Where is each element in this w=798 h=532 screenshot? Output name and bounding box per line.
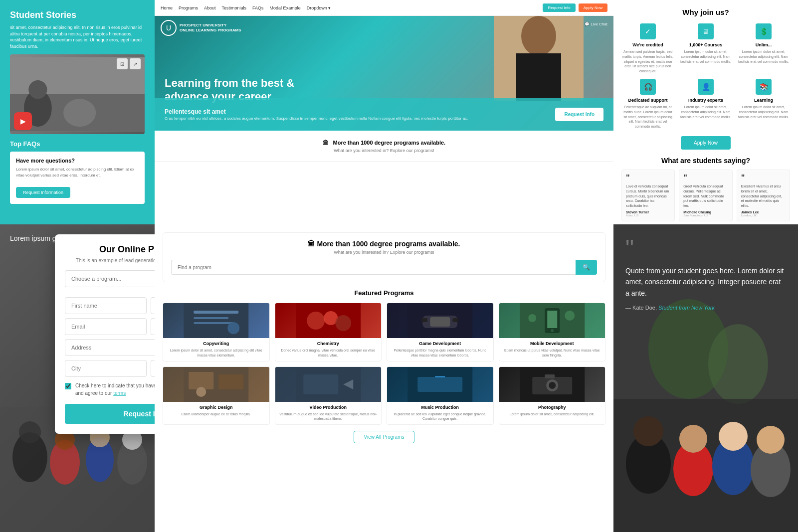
quote-author-italic: Student from New York xyxy=(658,305,715,311)
faq-card-title: Have more questions? xyxy=(16,158,139,164)
programs-header-card: 🏛 More than 1000 degree programs availab… xyxy=(163,232,605,282)
program-photography-thumb xyxy=(499,367,605,402)
why-learning-text: Lorem ipsum dolor sit amet, consectetur … xyxy=(737,105,790,119)
chemistry-img xyxy=(275,303,382,338)
program-video[interactable]: Video Production Vestibulum augue ex sed… xyxy=(275,366,382,425)
why-item-courses: 🖥 1,000+ Courses Lorem ipsum dolor sit a… xyxy=(679,23,732,74)
nav-faqs[interactable]: FAQs xyxy=(252,5,264,10)
view-all-programs-button[interactable]: View All Programs xyxy=(354,431,415,443)
faq-request-button[interactable]: Request Information xyxy=(16,187,70,198)
mobile-title: Mobile Development xyxy=(503,341,601,346)
testimonial-1-text: Love di vehicula consequat cursus. Morbi… xyxy=(626,184,670,208)
nav-buttons: Request Info Apply Now xyxy=(543,3,607,12)
program-graphic[interactable]: Graphic Design Etiam ullamcorper augue e… xyxy=(163,366,270,425)
nav-dropdown[interactable]: Dropdown ▾ xyxy=(307,5,331,10)
nav-home[interactable]: Home xyxy=(161,5,173,10)
why-icon-learning: 📚 xyxy=(756,79,772,95)
video-icon-2[interactable]: ↗ xyxy=(130,58,141,69)
privacy-checkbox[interactable] xyxy=(65,383,71,389)
gamedev-img xyxy=(387,303,493,338)
why-courses-text: Lorem ipsum dolor sit amet, consectetur … xyxy=(679,49,732,64)
program-mobile[interactable]: Mobile Development Etiam rhoncus ut puru… xyxy=(499,303,606,361)
why-unlim-title: Unlim... xyxy=(737,42,790,47)
program-search-button[interactable]: 🔍 xyxy=(576,260,597,275)
city-input[interactable] xyxy=(65,360,147,377)
music-body: Music Production In placerat ac sed leo … xyxy=(387,402,493,425)
photography-title: Photography xyxy=(503,405,601,410)
name-row xyxy=(65,297,155,314)
why-credited-text: Aenean sed pulvinar turpis, sed mattis t… xyxy=(621,49,674,74)
why-item-credited: ✓ We're credited Aenean sed pulvinar tur… xyxy=(621,23,674,74)
modal-submit-button[interactable]: Request Info xyxy=(65,404,155,424)
privacy-checkbox-row: Check here to indicate that you have rea… xyxy=(65,382,155,397)
program-gamedev[interactable]: Game Development Pellentesque porttitor … xyxy=(387,303,494,361)
quote-mark-2: " xyxy=(683,174,728,182)
svg-point-6 xyxy=(521,16,556,56)
phone-input[interactable] xyxy=(151,318,155,335)
video-img xyxy=(275,367,382,402)
mobile-body: Mobile Development Etiam rhoncus ut puru… xyxy=(499,338,605,361)
why-item-experts: 👤 Industry experts Lorem ipsum dolor sit… xyxy=(679,79,732,129)
top-center-panel: Home Programs About Testimonials FAQs Mo… xyxy=(155,0,613,224)
graphic-desc: Etiam ullamcorper augue ex at tellus fri… xyxy=(167,412,265,417)
last-name-input[interactable] xyxy=(151,297,155,314)
nav-programs[interactable]: Programs xyxy=(179,5,198,10)
modal-subtitle: This is an example of lead generation fo… xyxy=(65,258,155,263)
program-copywriting[interactable]: Copywriting Lorem ipsum dolor sit amet, … xyxy=(163,303,270,361)
first-name-input[interactable] xyxy=(65,297,147,314)
nav-request-info-btn[interactable]: Request Info xyxy=(543,3,575,12)
state-input[interactable] xyxy=(151,360,155,377)
nav-testimonials[interactable]: Testimonials xyxy=(222,5,247,10)
program-copywriting-thumb xyxy=(163,303,269,338)
stories-description: sit amet, consectetur adipiscing elit. I… xyxy=(10,24,145,49)
svg-point-67 xyxy=(757,426,785,454)
email-input[interactable] xyxy=(65,318,147,335)
svg-rect-49 xyxy=(412,392,467,394)
photography-body: Photography Lorem ipsum dolor sit amet, … xyxy=(499,402,605,420)
gamedev-body: Game Development Pellentesque porttitor … xyxy=(387,338,493,361)
program-chemistry[interactable]: Chemistry Donec varius orci magna, vitae… xyxy=(275,303,382,361)
why-unlim-text: Lorem ipsum dolor sit amet, consectetur … xyxy=(737,49,790,64)
why-icon-courses: 🖥 xyxy=(698,23,714,39)
svg-point-37 xyxy=(551,329,554,332)
copywriting-img xyxy=(163,303,269,338)
why-item-support: 🎧 Dedicated support Pellentesque ac aliq… xyxy=(621,79,674,129)
quote-mark-3: " xyxy=(741,174,786,182)
video-icon-1[interactable]: ⊡ xyxy=(117,58,128,69)
gamedev-desc: Pellentesque porttitor magna quis elemen… xyxy=(391,348,489,358)
play-button[interactable] xyxy=(14,112,32,130)
why-item-unlim: 💲 Unlim... Lorem ipsum dolor sit amet, c… xyxy=(737,23,790,74)
program-select[interactable]: Choose a program... xyxy=(65,270,155,287)
graphic-img xyxy=(163,367,269,402)
chemistry-title: Chemistry xyxy=(279,341,378,346)
why-support-title: Dedicated support xyxy=(621,98,674,103)
video-thumbnail[interactable]: ⊡ ↗ xyxy=(10,54,145,134)
nav-modal[interactable]: Modal Example xyxy=(270,5,301,10)
svg-rect-22 xyxy=(194,317,228,319)
faq-card-text: Lorem ipsum dolor sit amet, consectetur … xyxy=(16,167,139,177)
why-experts-title: Industry experts xyxy=(679,98,732,103)
svg-rect-7 xyxy=(516,53,561,101)
terms-link[interactable]: terms xyxy=(113,390,126,396)
hero-request-info-btn[interactable]: Request Info xyxy=(555,108,603,121)
program-photography[interactable]: Photography Lorem ipsum dolor sit amet, … xyxy=(499,366,606,425)
bottom-center-panel: 🏛 More than 1000 degree programs availab… xyxy=(155,224,613,532)
stories-title: Student Stories xyxy=(10,10,145,20)
program-music[interactable]: Music Production In placerat ac sed leo … xyxy=(387,366,494,425)
copywriting-title: Copywriting xyxy=(167,341,265,346)
nav-apply-btn[interactable]: Apply Now xyxy=(579,3,607,12)
address-input[interactable] xyxy=(65,339,155,356)
students-saying-section: What are students saying? " Love di vehi… xyxy=(621,157,790,224)
nav-about[interactable]: About xyxy=(204,5,216,10)
video-body: Video Production Vestibulum augue ex sed… xyxy=(275,402,382,425)
programs-header-title: 🏛 More than 1000 degree programs availab… xyxy=(171,240,597,248)
apply-now-button[interactable]: Apply Now xyxy=(681,136,731,150)
svg-point-58 xyxy=(708,324,768,404)
program-search-input[interactable] xyxy=(171,260,576,275)
svg-rect-48 xyxy=(417,377,462,392)
program-video-thumb xyxy=(275,367,382,402)
checkbox-text: Check here to indicate that you have rea… xyxy=(75,382,155,397)
copywriting-body: Copywriting Lorem ipsum dolor sit amet, … xyxy=(163,338,269,361)
program-select-wrapper: Choose a program... xyxy=(65,270,155,292)
contact-row xyxy=(65,318,155,335)
